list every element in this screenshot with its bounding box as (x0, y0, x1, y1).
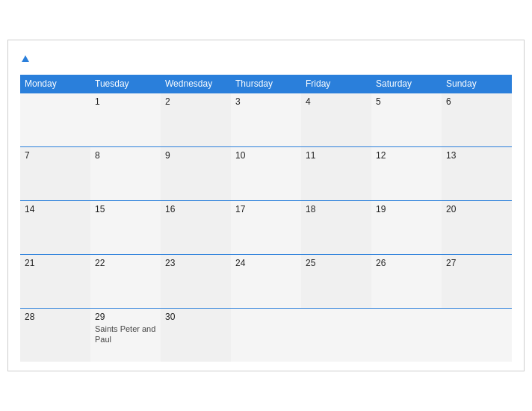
calendar-cell: 21 (20, 254, 90, 308)
day-number: 30 (165, 312, 226, 322)
day-number: 13 (446, 150, 507, 161)
calendar-cell: 18 (301, 200, 371, 254)
week-row-1: 123456 (20, 93, 512, 146)
weekday-header-wednesday: Wednesday (161, 75, 231, 93)
calendar-cell: 23 (161, 254, 231, 308)
day-number: 7 (25, 150, 86, 161)
weekday-row: MondayTuesdayWednesdayThursdayFridaySatu… (20, 75, 512, 93)
day-number: 17 (235, 204, 297, 214)
week-row-4: 21222324252627 (20, 254, 512, 308)
calendar-cell (442, 308, 512, 362)
weekday-header-friday: Friday (301, 75, 371, 93)
day-number: 28 (25, 312, 86, 322)
day-number: 15 (95, 204, 156, 214)
week-row-2: 78910111213 (20, 146, 512, 200)
day-number: 14 (25, 204, 86, 214)
calendar-cell: 12 (371, 146, 442, 200)
calendar-cell: 28 (20, 308, 90, 362)
day-number: 10 (235, 150, 297, 161)
day-number: 18 (306, 204, 367, 214)
calendar-cell: 20 (442, 200, 512, 254)
calendar-cell: 29Saints Peter and Paul (90, 308, 161, 362)
weekday-header-monday: Monday (20, 75, 90, 93)
day-number: 6 (446, 96, 507, 107)
day-number: 16 (165, 204, 226, 214)
day-number: 25 (306, 258, 367, 268)
calendar-cell: 1 (90, 93, 161, 146)
day-number: 8 (95, 150, 156, 161)
calendar-cell: 17 (231, 200, 301, 254)
logo-area (20, 52, 29, 66)
logo-triangle-icon (22, 55, 29, 62)
day-number: 22 (95, 258, 156, 268)
weekday-header-tuesday: Tuesday (90, 75, 161, 93)
calendar-cell: 25 (301, 254, 371, 308)
calendar-wrapper: MondayTuesdayWednesdayThursdayFridaySatu… (7, 40, 525, 371)
calendar-cell: 6 (442, 93, 512, 146)
day-number: 1 (95, 96, 156, 107)
calendar-header (20, 52, 512, 66)
calendar-cell (20, 93, 90, 146)
calendar-cell: 11 (301, 146, 371, 200)
week-row-3: 14151617181920 (20, 200, 512, 254)
logo-general (20, 52, 29, 66)
calendar-cell: 7 (20, 146, 90, 200)
calendar-cell: 30 (161, 308, 231, 362)
calendar-cell: 4 (301, 93, 371, 146)
calendar-cell: 5 (371, 93, 442, 146)
calendar-cell: 15 (90, 200, 161, 254)
event-label: Saints Peter and Paul (95, 324, 156, 345)
day-number: 29 (95, 312, 156, 322)
calendar-cell: 19 (371, 200, 442, 254)
calendar-cell: 3 (231, 93, 301, 146)
calendar-weekday-header: MondayTuesdayWednesdayThursdayFridaySatu… (20, 75, 512, 93)
calendar-cell: 26 (371, 254, 442, 308)
calendar-cell: 16 (161, 200, 231, 254)
calendar-cell: 9 (161, 146, 231, 200)
day-number: 24 (235, 258, 297, 268)
day-number: 9 (165, 150, 226, 161)
day-number: 26 (376, 258, 437, 268)
calendar-cell: 10 (231, 146, 301, 200)
day-number: 4 (306, 96, 367, 107)
calendar-cell: 14 (20, 200, 90, 254)
day-number: 23 (165, 258, 226, 268)
day-number: 3 (235, 96, 297, 107)
weekday-header-saturday: Saturday (371, 75, 442, 93)
day-number: 11 (306, 150, 367, 161)
week-row-5: 2829Saints Peter and Paul30 (20, 308, 512, 362)
day-number: 21 (25, 258, 86, 268)
calendar-cell (301, 308, 371, 362)
calendar-cell: 27 (442, 254, 512, 308)
calendar-cell (231, 308, 301, 362)
calendar-cell: 24 (231, 254, 301, 308)
calendar-grid: MondayTuesdayWednesdayThursdayFridaySatu… (20, 75, 512, 362)
day-number: 2 (165, 96, 226, 107)
weekday-header-thursday: Thursday (231, 75, 301, 93)
calendar-cell: 13 (442, 146, 512, 200)
weekday-header-sunday: Sunday (442, 75, 512, 93)
day-number: 27 (446, 258, 507, 268)
calendar-cell: 8 (90, 146, 161, 200)
calendar-cell: 2 (161, 93, 231, 146)
day-number: 20 (446, 204, 507, 214)
calendar-body: 1234567891011121314151617181920212223242… (20, 93, 512, 362)
day-number: 5 (376, 96, 437, 107)
day-number: 19 (376, 204, 437, 214)
calendar-cell: 22 (90, 254, 161, 308)
calendar-cell (371, 308, 442, 362)
day-number: 12 (376, 150, 437, 161)
